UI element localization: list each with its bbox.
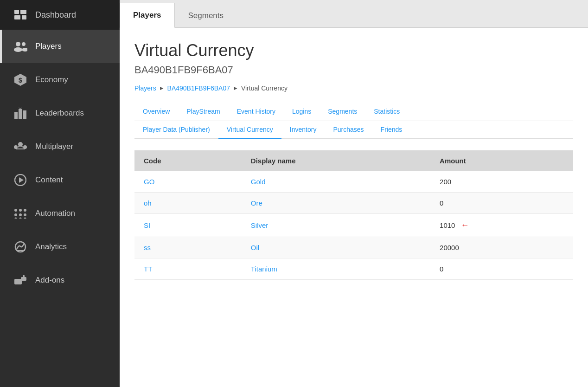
page-subtitle: BA490B1FB9F6BA07 [134,64,573,76]
sidebar-item-label: Economy [35,75,68,84]
cell-code[interactable]: GO [134,171,242,193]
sidebar-item-label: Dashboard [35,10,76,20]
leaderboards-icon [13,106,28,121]
cell-code[interactable]: ss [134,237,242,258]
table-row: GOGold200 [134,171,573,193]
svg-point-7 [22,48,27,52]
table-row: TTTitanium0 [134,258,573,280]
sidebar-item-addons[interactable]: Add-ons [0,264,120,297]
svg-text:$: $ [19,77,22,84]
sidebar-item-label: Automation [35,209,75,218]
breadcrumb-player-id[interactable]: BA490B1FB9F6BA07 [167,84,230,92]
svg-point-26 [19,213,22,216]
nav-tab2-friends[interactable]: Friends [372,121,411,139]
sidebar-item-automation[interactable]: Automation [0,197,120,230]
table-row: SISilver1010← [134,214,573,237]
cell-display-name[interactable]: Silver [242,214,430,237]
cell-amount: 0 [430,193,573,214]
svg-rect-33 [14,279,22,284]
svg-point-14 [18,142,23,147]
sidebar-item-analytics[interactable]: Analytics [0,230,120,264]
cell-amount: 200 [430,171,573,193]
nav-tab-playstream[interactable]: PlayStream [178,103,228,121]
tab-players[interactable]: Players [120,3,175,28]
sidebar-item-label: Multiplayer [35,142,73,151]
nav-tab-logins[interactable]: Logins [284,103,320,121]
cell-amount: 0 [430,258,573,280]
svg-rect-1 [20,10,26,14]
sidebar-item-label: Leaderboards [35,109,84,118]
sidebar-item-players[interactable]: Players [0,30,120,63]
sidebar-item-label: Analytics [35,242,67,252]
sidebar-item-label: Content [35,175,63,185]
nav-tab2-virtual-currency[interactable]: Virtual Currency [218,121,281,139]
svg-rect-0 [14,10,19,14]
svg-point-5 [14,47,22,52]
sidebar-item-leaderboards[interactable]: Leaderboards [0,97,120,130]
svg-point-23 [19,209,22,212]
cell-display-name[interactable]: Ore [242,193,430,214]
svg-point-24 [24,209,26,212]
sidebar-item-economy[interactable]: $ Economy [0,63,120,97]
svg-point-37 [19,284,20,286]
nav-tab-segments[interactable]: Segments [320,103,365,121]
svg-rect-2 [14,15,20,19]
sidebar-item-label: Players [35,42,62,51]
svg-rect-35 [23,275,25,278]
sidebar: Dashboard Players $ Economy [0,0,120,387]
svg-point-16 [23,145,27,149]
content-area: Virtual Currency BA490B1FB9F6BA07 Player… [120,28,588,387]
breadcrumb-sep-2: ► [233,85,238,91]
cell-code[interactable]: SI [134,214,242,237]
breadcrumb-sep-1: ► [159,85,165,91]
svg-point-22 [14,209,17,212]
nav-tabs-row2: Player Data (Publisher) Virtual Currency… [134,121,573,139]
table-row: ssOil20000 [134,237,573,258]
nav-tab2-purchases[interactable]: Purchases [325,121,372,139]
breadcrumb: Players ► BA490B1FB9F6BA07 ► Virtual Cur… [134,84,573,92]
nav-tab2-inventory[interactable]: Inventory [281,121,325,139]
col-header-amount: Amount [430,150,573,171]
currency-table: Code Display name Amount GOGold200ohOre0… [134,150,573,280]
page-title: Virtual Currency [134,41,573,60]
cell-code[interactable]: oh [134,193,242,214]
main-content: Players Segments Virtual Currency BA490B… [120,0,588,387]
dashboard-icon [13,7,28,22]
svg-point-4 [16,42,20,46]
addons-icon [13,273,28,288]
col-header-code: Code [134,150,242,171]
svg-rect-10 [14,112,18,119]
svg-marker-21 [19,177,24,183]
nav-tab2-player-data[interactable]: Player Data (Publisher) [134,121,218,139]
players-icon [13,39,28,54]
svg-point-25 [14,213,17,216]
sidebar-item-multiplayer[interactable]: Multiplayer [0,130,120,163]
svg-rect-12 [23,110,26,119]
table-row: ohOre0 [134,193,573,214]
svg-point-30 [24,218,26,219]
cell-code[interactable]: TT [134,258,242,280]
arrow-indicator: ← [460,220,469,230]
nav-tab-overview[interactable]: Overview [134,103,178,121]
breadcrumb-players[interactable]: Players [134,84,156,92]
content-icon [13,173,28,187]
svg-rect-3 [22,15,26,19]
cell-display-name[interactable]: Gold [242,171,430,193]
tab-segments[interactable]: Segments [175,3,237,28]
svg-rect-11 [19,109,22,119]
sidebar-item-content[interactable]: Content [0,163,120,197]
svg-point-15 [14,145,18,149]
cell-display-name[interactable]: Titanium [242,258,430,280]
cell-amount: 1010← [430,214,573,237]
nav-tab-event-history[interactable]: Event History [229,103,284,121]
sidebar-item-dashboard[interactable]: Dashboard [0,0,120,30]
breadcrumb-current: Virtual Currency [241,84,288,92]
col-header-display-name: Display name [242,150,430,171]
nav-tab-statistics[interactable]: Statistics [365,103,408,121]
sidebar-item-label: Add-ons [35,276,64,285]
cell-display-name[interactable]: Oil [242,237,430,258]
svg-point-27 [24,213,26,216]
nav-tabs-row1: Overview PlayStream Event History Logins… [134,103,573,121]
svg-point-28 [15,218,17,219]
svg-point-36 [16,284,18,286]
